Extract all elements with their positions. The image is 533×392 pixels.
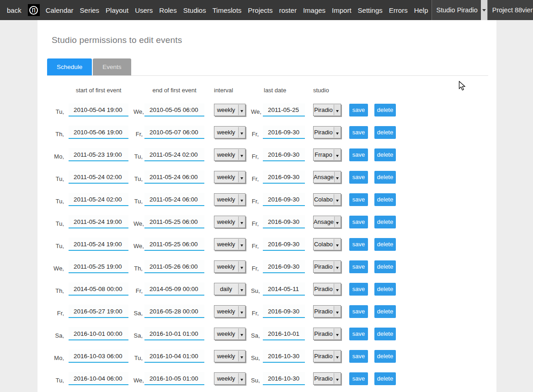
nav-item-import[interactable]: Import [329,6,355,14]
chevron-down-icon[interactable] [334,194,340,205]
nav-item-timeslots[interactable]: Timeslots [209,6,245,14]
start-datetime-input[interactable] [69,260,128,273]
app-logo-icon[interactable]: ∏ [28,4,40,16]
interval-select[interactable]: weekly [214,171,245,183]
chevron-down-icon[interactable] [238,239,245,249]
end-datetime-input[interactable] [144,260,204,273]
delete-button[interactable]: delete [374,350,396,363]
interval-select[interactable]: weekly [214,216,245,228]
end-datetime-input[interactable] [144,327,204,340]
interval-select[interactable]: weekly [214,350,245,362]
nav-item-roster[interactable]: roster [276,6,300,14]
delete-button[interactable]: delete [374,328,396,340]
chevron-down-icon[interactable] [481,0,487,20]
chevron-down-icon[interactable] [238,284,245,294]
last-date-input[interactable] [263,193,305,206]
save-button[interactable]: save [349,126,368,139]
start-datetime-input[interactable] [69,170,128,184]
nav-item-calendar[interactable]: Calendar [43,6,77,14]
chevron-down-icon[interactable] [334,284,340,294]
chevron-down-icon[interactable] [334,105,340,115]
chevron-down-icon[interactable] [238,261,245,272]
interval-select[interactable]: weekly [214,104,245,116]
interval-select[interactable]: daily [214,283,245,295]
save-button[interactable]: save [349,148,368,161]
chevron-down-icon[interactable] [334,239,340,249]
chevron-down-icon[interactable] [334,127,340,138]
delete-button[interactable]: delete [374,260,396,273]
nav-item-images[interactable]: Images [300,6,329,14]
chevron-down-icon[interactable] [334,217,340,227]
save-button[interactable]: save [349,350,368,363]
nav-item-projects[interactable]: Projects [245,6,276,14]
chevron-down-icon[interactable] [334,373,340,384]
chevron-down-icon[interactable] [238,328,245,339]
save-button[interactable]: save [349,260,368,273]
save-button[interactable]: save [349,104,368,117]
chevron-down-icon[interactable] [334,149,340,160]
delete-button[interactable]: delete [374,193,396,206]
save-button[interactable]: save [349,193,368,206]
start-datetime-input[interactable] [69,282,128,296]
nav-item-errors[interactable]: Errors [386,6,411,14]
delete-button[interactable]: delete [374,171,396,184]
delete-button[interactable]: delete [374,148,396,161]
back-link[interactable]: back [0,6,25,14]
nav-item-settings[interactable]: Settings [355,6,386,14]
last-date-input[interactable] [263,327,305,340]
start-datetime-input[interactable] [69,327,128,340]
chevron-down-icon[interactable] [334,328,340,339]
chevron-down-icon[interactable] [238,351,245,361]
last-date-input[interactable] [263,350,305,363]
chevron-down-icon[interactable] [238,149,245,160]
last-date-input[interactable] [263,372,305,385]
start-datetime-input[interactable] [69,148,128,161]
chevron-down-icon[interactable] [238,105,245,115]
start-datetime-input[interactable] [69,238,128,251]
studio-row-select[interactable]: Ansage [313,171,341,183]
end-datetime-input[interactable] [144,372,204,385]
delete-button[interactable]: delete [374,216,396,228]
interval-select[interactable]: weekly [214,238,245,250]
studio-row-select[interactable]: Piradio [313,305,341,318]
end-datetime-input[interactable] [144,215,204,228]
interval-select[interactable]: weekly [214,372,245,385]
interval-select[interactable]: weekly [214,260,245,273]
studio-row-select[interactable]: Piradio [313,372,341,385]
studio-row-select[interactable]: Piradio [313,104,341,116]
chevron-down-icon[interactable] [334,351,340,361]
chevron-down-icon[interactable] [334,306,340,317]
last-date-input[interactable] [263,305,305,318]
studio-row-select[interactable]: Frrapo [313,148,341,161]
studio-row-select[interactable]: Ansage [313,216,341,228]
studio-row-select[interactable]: Piradio [313,350,341,362]
end-datetime-input[interactable] [144,193,204,206]
delete-button[interactable]: delete [374,104,396,117]
last-date-input[interactable] [263,126,305,139]
chevron-down-icon[interactable] [238,373,245,384]
chevron-down-icon[interactable] [334,172,340,182]
end-datetime-input[interactable] [144,305,204,318]
nav-item-studios[interactable]: Studios [180,6,209,14]
studio-row-select[interactable]: Piradio [313,260,341,273]
studio-select[interactable]: Studio Piradio [432,0,487,20]
save-button[interactable]: save [349,216,368,228]
nav-item-roles[interactable]: Roles [156,6,180,14]
delete-button[interactable]: delete [374,283,396,296]
chevron-down-icon[interactable] [334,261,340,272]
last-date-input[interactable] [263,148,305,161]
nav-item-series[interactable]: Series [77,6,103,14]
nav-item-help[interactable]: Help [411,6,432,14]
start-datetime-input[interactable] [69,103,128,117]
chevron-down-icon[interactable] [238,306,245,317]
studio-row-select[interactable]: Piradio [313,328,341,340]
delete-button[interactable]: delete [374,238,396,251]
studio-row-select[interactable]: Colabo [313,238,341,250]
end-datetime-input[interactable] [144,282,204,296]
start-datetime-input[interactable] [69,215,128,228]
studio-row-select[interactable]: Piradio [313,283,341,295]
end-datetime-input[interactable] [144,170,204,184]
save-button[interactable]: save [349,372,368,385]
end-datetime-input[interactable] [144,350,204,363]
end-datetime-input[interactable] [144,238,204,251]
